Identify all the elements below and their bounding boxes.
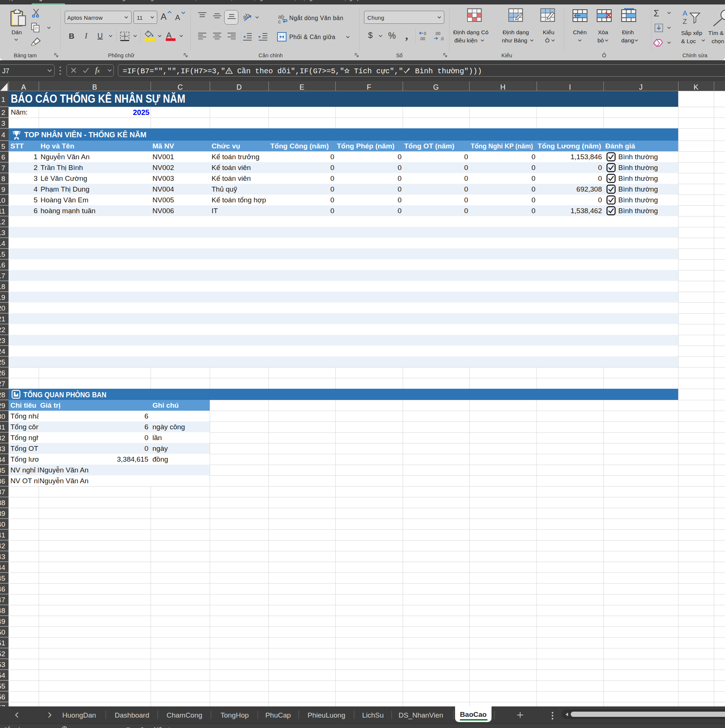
- svg-text:0: 0: [424, 31, 426, 36]
- svg-text:.0: .0: [440, 37, 444, 41]
- svg-text:Z: Z: [682, 17, 687, 24]
- svg-text:.00: .00: [435, 31, 440, 36]
- svg-text:A: A: [682, 9, 687, 17]
- svg-text:.00: .00: [420, 37, 425, 41]
